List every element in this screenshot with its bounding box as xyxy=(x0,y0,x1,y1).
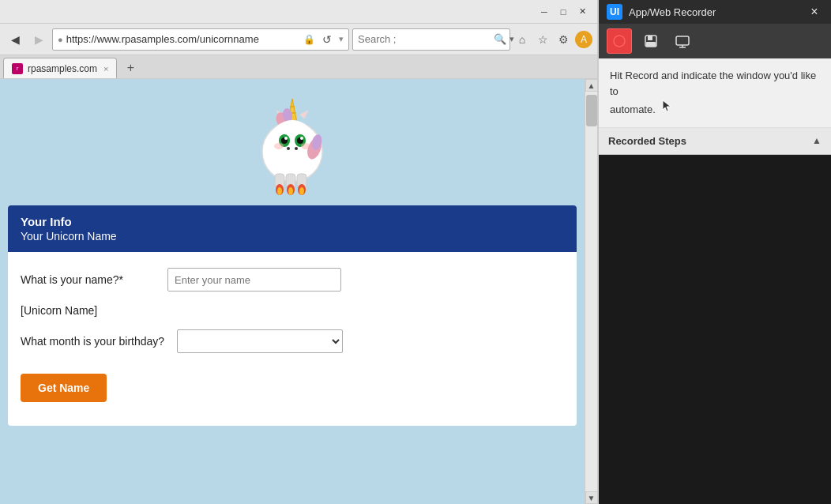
refresh-button[interactable]: ↺ xyxy=(318,31,336,48)
form-card: Your Info Your Unicorn Name What is your… xyxy=(8,205,577,426)
active-tab[interactable]: r rpasamples.com × xyxy=(3,58,117,78)
svg-point-13 xyxy=(284,137,288,140)
svg-point-28 xyxy=(288,187,293,195)
scrollbar: ▲ ▼ xyxy=(585,79,597,504)
rpa-record-button[interactable] xyxy=(607,28,632,54)
rpa-toolbar xyxy=(599,24,831,58)
rpa-close-button[interactable]: × xyxy=(806,3,823,21)
user-button[interactable]: A xyxy=(575,31,592,48)
birthday-label: What month is your birthday? xyxy=(21,335,164,348)
get-name-button[interactable]: Get Name xyxy=(21,374,107,402)
recorded-steps-label: Recorded Steps xyxy=(608,135,686,147)
tab-close-button[interactable]: × xyxy=(103,64,108,73)
name-label: What is your name?* xyxy=(21,273,155,286)
address-bar: ● 🔒 ↺ ▾ xyxy=(52,28,349,51)
unicorn-name-label: [Unicorn Name] xyxy=(21,304,97,317)
screen-icon xyxy=(675,34,690,48)
record-icon xyxy=(612,34,626,48)
rpa-logo: UI xyxy=(607,4,622,20)
rpa-steps-content xyxy=(599,155,831,505)
scroll-down-button[interactable]: ▼ xyxy=(585,491,598,504)
collapse-icon: ▲ xyxy=(812,135,822,146)
nav-bar: ◀ ▶ ● 🔒 ↺ ▾ 🔍 ▾ ⌂ ☆ ⚙ A xyxy=(0,24,597,55)
unicorn-name-row: [Unicorn Name] xyxy=(21,304,564,317)
form-header-line1: Your Info xyxy=(21,215,564,228)
rpa-recorded-steps-header[interactable]: Recorded Steps ▲ xyxy=(599,128,831,155)
birthday-select[interactable]: January February March April May June Ju… xyxy=(177,329,343,353)
svg-point-8 xyxy=(270,120,314,164)
rpa-panel: UI App/Web Recorder × Hit Record xyxy=(598,0,831,504)
svg-point-16 xyxy=(295,147,298,150)
web-content-wrapper: Your Info Your Unicorn Name What is your… xyxy=(0,79,597,504)
new-tab-button[interactable]: + xyxy=(120,58,141,78)
unicorn-image xyxy=(245,95,340,197)
svg-point-30 xyxy=(614,36,625,47)
maximize-button[interactable]: □ xyxy=(555,5,572,19)
tab-label: rpasamples.com xyxy=(28,63,97,74)
svg-point-15 xyxy=(287,147,290,150)
cursor-icon xyxy=(661,99,672,113)
title-bar: ─ □ ✕ xyxy=(0,0,597,24)
birthday-row: What month is your birthday? January Feb… xyxy=(21,329,564,353)
svg-point-17 xyxy=(274,143,284,149)
lock-icon: 🔒 xyxy=(303,34,315,45)
unicorn-area xyxy=(0,79,585,205)
svg-point-29 xyxy=(299,187,304,195)
svg-rect-34 xyxy=(676,36,689,45)
tabs-bar: r rpasamples.com × + xyxy=(0,55,597,79)
search-bar: 🔍 ▾ xyxy=(352,28,510,51)
favorites-button[interactable]: ☆ xyxy=(534,31,551,48)
web-content: Your Info Your Unicorn Name What is your… xyxy=(0,79,585,504)
rpa-title-text: App/Web Recorder xyxy=(629,6,799,18)
back-button[interactable]: ◀ xyxy=(5,29,25,50)
close-button[interactable]: ✕ xyxy=(573,5,591,19)
svg-point-14 xyxy=(300,137,303,140)
rpa-title-bar: UI App/Web Recorder × xyxy=(599,0,831,24)
rpa-save-button[interactable] xyxy=(638,28,664,54)
name-row: What is your name?* xyxy=(21,268,564,291)
address-input[interactable] xyxy=(66,33,300,45)
forward-button[interactable]: ▶ xyxy=(28,29,49,50)
bottom-spacer xyxy=(0,426,585,473)
scroll-thumb[interactable] xyxy=(586,95,597,126)
search-button[interactable]: 🔍 xyxy=(494,33,506,45)
svg-marker-37 xyxy=(663,100,671,111)
form-header-line2: Your Unicorn Name xyxy=(21,230,564,243)
rpa-message: Hit Record and indicate the window you'd… xyxy=(599,58,831,128)
browser-window: ─ □ ✕ ◀ ▶ ● 🔒 ↺ ▾ 🔍 ▾ ⌂ ☆ ⚙ A r rpasampl… xyxy=(0,0,598,504)
tab-favicon: r xyxy=(12,63,23,74)
svg-rect-32 xyxy=(648,36,652,40)
svg-point-27 xyxy=(277,187,282,195)
dropdown-icon[interactable]: ▾ xyxy=(339,34,344,44)
save-icon xyxy=(644,34,658,48)
rpa-message-line1: Hit Record and indicate the window you'd… xyxy=(610,70,816,97)
browser-icon: ● xyxy=(58,35,63,44)
form-body: What is your name?* [Unicorn Name] What … xyxy=(8,252,577,426)
cursor-indicator xyxy=(661,99,672,118)
settings-button[interactable]: ⚙ xyxy=(555,31,572,48)
svg-rect-33 xyxy=(646,42,656,47)
minimize-button[interactable]: ─ xyxy=(536,5,553,19)
scroll-up-button[interactable]: ▲ xyxy=(585,79,598,92)
svg-marker-4 xyxy=(300,111,308,118)
rpa-message-line2: automate. xyxy=(610,103,656,115)
rpa-screen-button[interactable] xyxy=(670,28,695,54)
name-input[interactable] xyxy=(167,268,341,291)
search-input[interactable] xyxy=(358,33,491,45)
home-button[interactable]: ⌂ xyxy=(513,31,531,48)
form-header: Your Info Your Unicorn Name xyxy=(8,205,577,252)
